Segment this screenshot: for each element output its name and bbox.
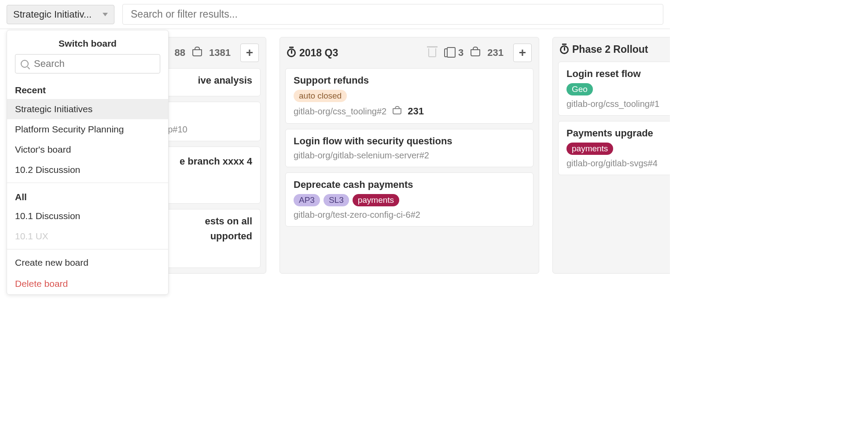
card-title: Support refunds (294, 75, 525, 86)
label: SL3 (324, 194, 349, 206)
issue-card[interactable]: Support refunds auto closed gitlab-org/c… (285, 68, 533, 124)
cards-list: Support refunds auto closed gitlab-org/c… (280, 68, 539, 232)
column-title-text: Phase 2 Rollout (572, 44, 648, 55)
chevron-down-icon (103, 13, 108, 16)
label: Geo (566, 83, 593, 95)
dropdown-item[interactable]: 10.1 UX (7, 226, 168, 246)
card-ref: gitlab-org/test-zero-config-ci-6#2 (294, 210, 525, 220)
delete-board-button[interactable]: Delete board (7, 273, 168, 294)
board-selector-label: Strategic Initiativ... (13, 9, 92, 20)
card-labels: AP3 SL3 payments (294, 194, 525, 206)
card-ref: gitlab-org/css_tooling#2 (294, 106, 386, 117)
label: payments (566, 143, 613, 155)
issue-card[interactable]: Deprecate cash payments AP3 SL3 payments… (285, 172, 533, 227)
column-weight: 1381 (209, 47, 231, 59)
card-title: Login reset flow (566, 68, 668, 80)
dropdown-search-input[interactable] (34, 58, 154, 70)
column-title-text: 2018 Q3 (299, 47, 338, 59)
weight-icon (393, 108, 401, 114)
card-ref: gitlab-org/gitlab-svgs#4 (566, 158, 668, 169)
add-card-button[interactable]: + (513, 44, 532, 62)
label: auto closed (294, 90, 347, 102)
dropdown-item[interactable]: 10.1 Discussion (7, 206, 168, 226)
card-ref: gitlab-org/gitlab-selenium-server#2 (294, 150, 525, 161)
label: AP3 (294, 194, 320, 206)
board-selector-dropdown[interactable]: Strategic Initiativ... (7, 5, 114, 24)
card-title: Payments upgrade (566, 128, 668, 139)
search-filter-input[interactable] (122, 4, 663, 25)
all-header: All (7, 186, 168, 206)
board-column: Phase 2 Rollout Login reset flow Geo git… (552, 37, 670, 274)
label: payments (353, 194, 399, 206)
card-meta: gitlab-org/css_tooling#2 231 (294, 106, 525, 117)
card-title: Deprecate cash payments (294, 179, 525, 191)
column-title: 2018 Q3 (287, 47, 338, 59)
cards-list: Login reset flow Geo gitlab-org/css_tool… (553, 62, 670, 180)
column-title: Phase 2 Rollout (560, 44, 648, 55)
column-header: Phase 2 Rollout (553, 37, 670, 62)
card-count: 3 (458, 47, 463, 59)
dropdown-search-wrap (7, 54, 168, 79)
add-card-button[interactable]: + (240, 44, 259, 62)
dropdown-item[interactable]: Victor's board (7, 139, 168, 160)
top-bar: Strategic Initiativ... (0, 0, 670, 29)
divider (7, 183, 168, 183)
card-labels: auto closed (294, 90, 525, 102)
issue-card[interactable]: Login flow with security questions gitla… (285, 129, 533, 167)
column-stats: 88 1381 (175, 47, 231, 59)
dropdown-item[interactable]: Platform Security Planning (7, 119, 168, 139)
column-stats: 3 231 (444, 47, 504, 59)
divider (7, 249, 168, 249)
column-header: 2018 Q3 3 231 + (280, 37, 539, 68)
weight-icon (471, 49, 480, 56)
issue-card[interactable]: Payments upgrade payments gitlab-org/git… (558, 121, 670, 175)
search-icon (21, 60, 29, 68)
dropdown-title: Switch board (7, 30, 168, 54)
card-count-icon (444, 48, 451, 57)
milestone-icon (560, 45, 569, 54)
card-labels: Geo (566, 83, 668, 95)
column-weight: 231 (487, 47, 504, 59)
weight-icon (192, 49, 202, 56)
card-count: 88 (175, 47, 185, 59)
create-board-button[interactable]: Create new board (7, 252, 168, 273)
card-labels: payments (566, 143, 668, 155)
milestone-icon (287, 48, 296, 57)
board-column: 2018 Q3 3 231 + Support refunds auto clo… (280, 37, 539, 274)
card-weight: 231 (408, 106, 424, 117)
card-ref: gitlab-org/css_tooling#1 (566, 99, 668, 109)
dropdown-item[interactable]: 10.2 Discussion (7, 160, 168, 180)
switch-board-dropdown: Switch board Recent Strategic Initiative… (7, 30, 169, 295)
dropdown-item[interactable]: Strategic Initiatives (7, 99, 168, 119)
dropdown-search[interactable] (15, 54, 160, 73)
card-title: Login flow with security questions (294, 136, 525, 147)
issue-card[interactable]: Login reset flow Geo gitlab-org/css_tool… (558, 62, 670, 116)
recent-header: Recent (7, 79, 168, 99)
trash-icon[interactable] (428, 48, 436, 57)
